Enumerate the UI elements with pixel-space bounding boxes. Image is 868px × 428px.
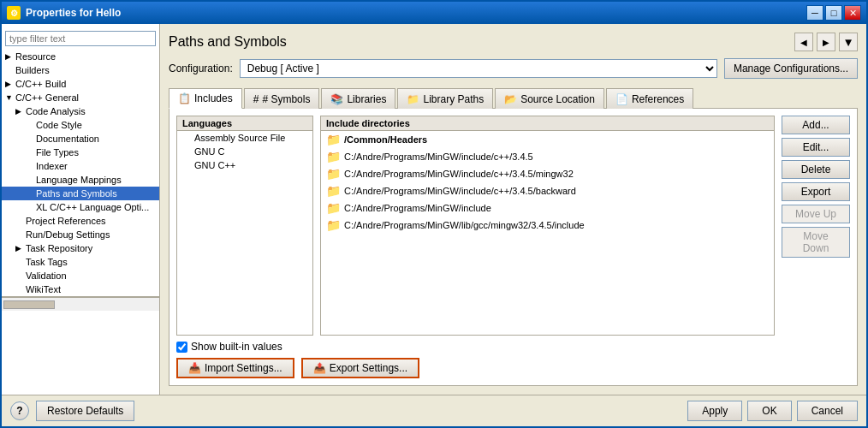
sidebar-item-label-wikitext: WikiText bbox=[26, 284, 61, 294]
folder-icon-inc4: 📁 bbox=[326, 201, 341, 215]
sidebar-item-project-refs[interactable]: Project References bbox=[2, 214, 159, 228]
import-settings-button[interactable]: 📥 Import Settings... bbox=[176, 358, 294, 378]
tab-includes[interactable]: 📋Includes bbox=[169, 88, 242, 109]
include-item-inc4[interactable]: 📁C:/Andre/Programs/MinGW/include bbox=[321, 199, 774, 217]
sidebar-item-task-tags[interactable]: Task Tags bbox=[2, 255, 159, 269]
tab-label-libraries: Libraries bbox=[347, 93, 386, 105]
include-item-inc3[interactable]: 📁C:/Andre/Programs/MinGW/include/c++/3.4… bbox=[321, 182, 774, 199]
include-item-common-headers[interactable]: 📁/Common/Headers bbox=[321, 131, 774, 148]
config-label: Configuration: bbox=[169, 62, 233, 74]
forward-button[interactable]: ▶ bbox=[817, 33, 835, 51]
includes-list: 📁/Common/Headers📁C:/Andre/Programs/MinGW… bbox=[321, 131, 774, 234]
include-panel: Include directories 📁/Common/Headers📁C:/… bbox=[320, 116, 775, 336]
move-down-button: Move Down bbox=[782, 227, 850, 258]
export-settings-button[interactable]: 📤 Export Settings... bbox=[301, 358, 419, 378]
horizontal-scrollbar[interactable] bbox=[2, 297, 159, 311]
import-icon: 📥 bbox=[188, 362, 201, 374]
sidebar-item-builders[interactable]: Builders bbox=[2, 63, 159, 77]
sidebar-item-validation[interactable]: Validation bbox=[2, 269, 159, 282]
sidebar-item-label-validation: Validation bbox=[26, 270, 67, 281]
tab-references[interactable]: 📄References bbox=[606, 88, 693, 109]
sidebar-item-label-run-debug: Run/Debug Settings bbox=[26, 229, 110, 240]
sidebar-item-label-language-mappings: Language Mappings bbox=[36, 175, 122, 185]
tab-symbols[interactable]: ## Symbols bbox=[244, 88, 320, 109]
sidebar-item-code-style[interactable]: Code Style bbox=[2, 118, 159, 132]
tab-source-location[interactable]: 📂Source Location bbox=[495, 88, 604, 109]
export-button[interactable]: Export bbox=[782, 182, 850, 201]
close-button[interactable]: ✕ bbox=[844, 5, 861, 21]
ok-button[interactable]: OK bbox=[747, 401, 791, 421]
main-content: ▶ResourceBuilders▶C/C++ Build▼C/C++ Gene… bbox=[2, 24, 866, 395]
languages-list: Assembly Source FileGNU CGNU C++ bbox=[177, 131, 312, 172]
languages-header: Languages bbox=[177, 116, 312, 131]
include-item-inc5[interactable]: 📁C:/Andre/Programs/MinGW/lib/gcc/mingw32… bbox=[321, 217, 774, 234]
tab-libraries[interactable]: 📚Libraries bbox=[321, 88, 395, 109]
folder-icon-inc1: 📁 bbox=[326, 150, 341, 163]
sidebar-item-cpp-build[interactable]: ▶C/C++ Build bbox=[2, 77, 159, 91]
scroll-thumb[interactable] bbox=[3, 300, 55, 309]
show-builtin-checkbox-label[interactable]: Show built-in values bbox=[176, 341, 282, 353]
folder-icon-common-headers: 📁 bbox=[326, 133, 341, 146]
include-label-inc3: C:/Andre/Programs/MinGW/include/c++/3.4.… bbox=[344, 186, 576, 196]
tab-icon-libraries: 📚 bbox=[330, 93, 343, 105]
tab-library-paths[interactable]: 📁Library Paths bbox=[397, 88, 493, 109]
sidebar-item-label-task-tags: Task Tags bbox=[26, 257, 68, 267]
content-panels: Languages Assembly Source FileGNU CGNU C… bbox=[176, 116, 850, 336]
action-buttons: Add...Edit...DeleteExportMove UpMove Dow… bbox=[782, 116, 850, 336]
filter-input[interactable] bbox=[5, 31, 156, 46]
tab-label-references: References bbox=[632, 93, 684, 105]
help-button[interactable]: ? bbox=[10, 401, 29, 420]
sidebar-item-indexer[interactable]: Indexer bbox=[2, 159, 159, 173]
tab-icon-includes: 📋 bbox=[178, 92, 191, 104]
main-window: ⚙ Properties for Hello ─ □ ✕ ▶ResourceBu… bbox=[0, 0, 868, 428]
include-item-inc2[interactable]: 📁C:/Andre/Programs/MinGW/include/c++/3.4… bbox=[321, 165, 774, 182]
tree-container: ▶ResourceBuilders▶C/C++ Build▼C/C++ Gene… bbox=[2, 50, 159, 296]
sidebar-item-resource[interactable]: ▶Resource bbox=[2, 50, 159, 63]
lang-item-assembly[interactable]: Assembly Source File bbox=[177, 131, 312, 145]
sidebar-item-cpp-general[interactable]: ▼C/C++ General bbox=[2, 91, 159, 104]
config-row: Configuration: Debug [ Active ] Manage C… bbox=[169, 58, 858, 79]
sidebar-item-code-analysis[interactable]: ▶Code Analysis bbox=[2, 104, 159, 118]
expand-icon-cpp-general: ▼ bbox=[5, 93, 14, 102]
include-item-inc1[interactable]: 📁C:/Andre/Programs/MinGW/include/c++/3.4… bbox=[321, 148, 774, 165]
apply-button[interactable]: Apply bbox=[687, 401, 742, 421]
sidebar-item-language-mappings[interactable]: Language Mappings bbox=[2, 173, 159, 187]
folder-icon-inc2: 📁 bbox=[326, 167, 341, 181]
show-builtin-label: Show built-in values bbox=[191, 341, 282, 353]
delete-button[interactable]: Delete bbox=[782, 160, 850, 179]
tab-label-includes: Includes bbox=[194, 92, 233, 104]
sidebar-item-task-repo[interactable]: ▶Task Repository bbox=[2, 241, 159, 255]
include-label-common-headers: /Common/Headers bbox=[344, 134, 427, 145]
add-button[interactable]: Add... bbox=[782, 116, 850, 134]
sidebar-item-run-debug[interactable]: Run/Debug Settings bbox=[2, 228, 159, 241]
folder-icon-inc3: 📁 bbox=[326, 184, 341, 198]
sidebar-item-label-documentation: Documentation bbox=[36, 134, 99, 144]
show-builtin-checkbox[interactable] bbox=[176, 342, 187, 353]
sidebar-item-file-types[interactable]: File Types bbox=[2, 146, 159, 159]
sidebar-bottom bbox=[2, 296, 159, 311]
back-button[interactable]: ◀ bbox=[794, 33, 813, 51]
maximize-button[interactable]: □ bbox=[825, 5, 842, 21]
tab-icon-symbols: # bbox=[253, 93, 259, 105]
edit-button[interactable]: Edit... bbox=[782, 138, 850, 157]
tab-content: Languages Assembly Source FileGNU CGNU C… bbox=[169, 109, 858, 386]
minimize-button[interactable]: ─ bbox=[806, 5, 823, 21]
tab-label-library-paths: Library Paths bbox=[423, 93, 484, 105]
lang-item-gnu-cpp[interactable]: GNU C++ bbox=[177, 158, 312, 172]
include-label-inc2: C:/Andre/Programs/MinGW/include/c++/3.4.… bbox=[344, 169, 574, 179]
manage-configurations-button[interactable]: Manage Configurations... bbox=[724, 58, 858, 79]
nav-dropdown-button[interactable]: ▼ bbox=[839, 33, 858, 51]
panel-title: Paths and Symbols bbox=[169, 34, 287, 50]
config-select[interactable]: Debug [ Active ] bbox=[240, 59, 717, 78]
bottom-bar: Show built-in values bbox=[176, 341, 850, 353]
title-controls: ─ □ ✕ bbox=[806, 5, 861, 21]
sidebar-item-paths-symbols[interactable]: Paths and Symbols bbox=[2, 187, 159, 200]
restore-defaults-button[interactable]: Restore Defaults bbox=[36, 401, 134, 421]
sidebar-item-xl-cpp[interactable]: XL C/C++ Language Opti... bbox=[2, 200, 159, 214]
expand-icon-resource: ▶ bbox=[5, 52, 14, 61]
import-export-row: 📥 Import Settings... 📤 Export Settings..… bbox=[176, 358, 850, 378]
lang-item-gnu-c[interactable]: GNU C bbox=[177, 145, 312, 158]
sidebar-item-documentation[interactable]: Documentation bbox=[2, 132, 159, 146]
cancel-button[interactable]: Cancel bbox=[797, 401, 858, 421]
sidebar-item-wikitext[interactable]: WikiText bbox=[2, 282, 159, 296]
